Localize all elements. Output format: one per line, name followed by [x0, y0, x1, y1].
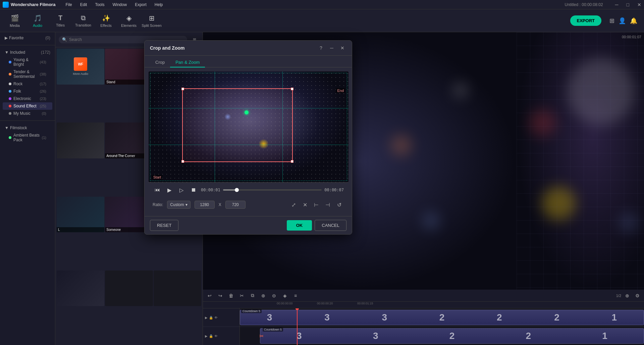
sidebar-section-included: ▼ Included (172) Young & Bright (43) Ten…: [0, 47, 55, 119]
track-2-lock[interactable]: 🔒: [209, 334, 213, 338]
clip-label-1: Countdown 5: [241, 309, 262, 313]
l-label: L: [57, 227, 104, 232]
timeline-cursor[interactable]: [297, 308, 298, 345]
countdown2-3b: 3: [373, 331, 378, 341]
ambient-label: Ambient Beats Pack: [13, 133, 42, 142]
close-button[interactable]: ✕: [637, 2, 641, 7]
width-input[interactable]: [195, 201, 215, 209]
menu-edit[interactable]: Edit: [79, 2, 89, 8]
media-item-extra2[interactable]: [154, 270, 201, 306]
toolbar-elements[interactable]: ◈ Elements: [118, 11, 140, 31]
sidebar-item-ambient[interactable]: Ambient Beats Pack (1): [3, 132, 52, 144]
person-icon[interactable]: 👤: [619, 17, 626, 24]
media-item-4[interactable]: [57, 122, 104, 158]
media-item-filmstock[interactable]: WF More Audio: [57, 49, 104, 85]
menu-file[interactable]: File: [64, 2, 73, 8]
align-center-icon[interactable]: ⊣: [323, 200, 332, 209]
crop-clear-icon[interactable]: ✕: [300, 200, 310, 209]
crop-selection-box[interactable]: [182, 88, 293, 162]
sidebar-item-rock[interactable]: Rock (17): [3, 80, 52, 88]
more-audio-label: More Audio: [73, 72, 88, 76]
sidebar-item-folk[interactable]: Folk (26): [3, 88, 52, 95]
more-button[interactable]: ≡: [291, 292, 300, 300]
progress-thumb[interactable]: [235, 188, 239, 192]
toolbar-audio[interactable]: 🎵 Audio: [27, 11, 48, 31]
ratio-select[interactable]: Custom ▾: [167, 201, 190, 209]
media-item-f[interactable]: [57, 270, 104, 306]
window-title: Untitled : 00:00:08:02: [565, 2, 603, 7]
copy-button[interactable]: ⧉: [249, 292, 257, 300]
sidebar-item-tender[interactable]: Tender & Sentimental (38): [3, 68, 52, 80]
crop-preview[interactable]: Start End: [149, 71, 348, 182]
dialog-footer: RESET OK CANCEL: [145, 216, 352, 234]
rotate-icon[interactable]: ↺: [334, 200, 344, 209]
sidebar-section-favorite: ▶ Favorite (0): [0, 32, 55, 44]
stop-button[interactable]: ⏹: [189, 185, 198, 195]
undo-button[interactable]: ↩: [206, 292, 214, 300]
menu-export[interactable]: Export: [133, 2, 148, 8]
export-button[interactable]: EXPORT: [570, 15, 601, 26]
cut-button[interactable]: ✂: [238, 292, 246, 300]
time-display-right: 00:00:01:07: [622, 35, 641, 39]
dialog-minimize-button[interactable]: ─: [328, 44, 336, 52]
reset-button[interactable]: RESET: [150, 220, 178, 231]
sidebar-favorite-header[interactable]: ▶ Favorite (0): [3, 34, 52, 42]
redo-button[interactable]: ↪: [216, 292, 224, 300]
sidebar-item-electronic[interactable]: Electronic (23): [3, 95, 52, 102]
toolbar-transition[interactable]: ⧉ Transition: [72, 11, 94, 31]
cancel-button[interactable]: CANCEL: [315, 220, 346, 231]
track-1-lock[interactable]: 🔒: [209, 316, 213, 319]
sidebar-item-young-bright[interactable]: Young & Bright (43): [3, 56, 52, 68]
menu-bar: Wondershare Filmora File Edit Tools Wind…: [0, 0, 644, 9]
step-back-button[interactable]: ⏮: [153, 185, 162, 195]
toolbar-split-screen[interactable]: ⊞ Split Screen: [141, 11, 162, 31]
dialog-close-button[interactable]: ✕: [338, 44, 346, 52]
toolbar-effects[interactable]: ✨ Effects: [95, 11, 117, 31]
media-item-extra1[interactable]: [105, 270, 153, 306]
color-button[interactable]: ◈: [281, 292, 289, 300]
play-button[interactable]: ▶: [165, 185, 174, 195]
fullscreen-icon[interactable]: ⤢: [289, 200, 298, 209]
bell-icon[interactable]: 🔔: [630, 17, 637, 24]
height-input[interactable]: [225, 201, 246, 209]
sidebar-filmstock-header[interactable]: ▼ Filmstock: [3, 124, 52, 132]
play-alt-button[interactable]: ▷: [177, 185, 186, 195]
timeline-tracks: 3 3 3 2 2 2 1 Countdown 5: [240, 308, 644, 345]
timeline-ruler: 00:00:00:00 00:00:00:20 00:00:01:15: [203, 302, 644, 308]
zoom-button[interactable]: ⊖: [270, 292, 278, 300]
track-1-eye[interactable]: 👁: [214, 316, 218, 319]
toolbar-media[interactable]: 🎬 Media: [4, 11, 25, 31]
video-clip-1[interactable]: 3 3 3 2 2 2 1: [240, 310, 644, 325]
grid-icon[interactable]: ⊞: [609, 17, 614, 24]
my-music-dot: [9, 112, 11, 115]
progress-bar[interactable]: [223, 189, 322, 191]
ok-button[interactable]: OK: [287, 220, 312, 231]
sidebar-item-sound-effect[interactable]: Sound Effect (25): [3, 102, 52, 110]
sidebar-item-my-music[interactable]: My Music (0): [3, 110, 52, 117]
toolbar-titles[interactable]: T Titles: [50, 11, 71, 31]
minimize-button[interactable]: ─: [615, 2, 619, 7]
corner-bl[interactable]: [181, 160, 184, 163]
tab-pan-zoom[interactable]: Pan & Zoom: [170, 58, 205, 67]
corner-tr[interactable]: [291, 88, 293, 90]
menu-tools[interactable]: Tools: [94, 2, 106, 8]
titles-icon: T: [58, 14, 62, 22]
track-2-eye[interactable]: 👁: [214, 334, 218, 338]
tab-crop[interactable]: Crop: [150, 58, 170, 67]
video-clip-2[interactable]: 3 3 2 2 1: [260, 328, 644, 344]
menu-window[interactable]: Window: [111, 2, 128, 8]
add-track-button[interactable]: ⊕: [623, 292, 631, 300]
maximize-button[interactable]: □: [627, 2, 629, 7]
sidebar-included-header[interactable]: ▼ Included (172): [3, 49, 52, 56]
delete-button[interactable]: 🗑: [227, 292, 235, 300]
add-button[interactable]: ⊕: [259, 292, 267, 300]
align-left-icon[interactable]: ⊢: [312, 200, 321, 209]
elements-icon: ◈: [126, 14, 131, 22]
media-item-l[interactable]: L: [57, 197, 104, 233]
menu-help[interactable]: Help: [153, 2, 164, 8]
corner-tl[interactable]: [181, 88, 184, 90]
timeline-settings[interactable]: ⚙: [633, 292, 641, 300]
corner-br[interactable]: [291, 160, 293, 163]
timeline-section: ↩ ↪ 🗑 ✂ ⧉ ⊕ ⊖ ◈ ≡ 1/2 ⊕ ⚙ 00:00:00:00: [203, 290, 644, 345]
dialog-help-button[interactable]: ?: [317, 44, 325, 52]
